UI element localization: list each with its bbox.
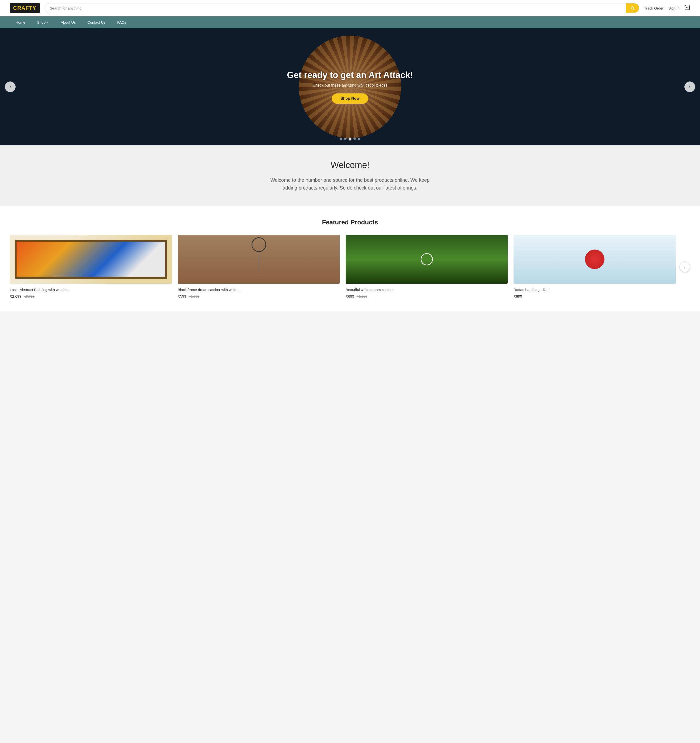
product-price-row-3: ₹699 ₹1,200: [346, 294, 508, 299]
welcome-title: Welcome!: [10, 160, 690, 170]
product-card-2[interactable]: Black frame dreamcatcher with white... ₹…: [178, 235, 340, 299]
product-price-row-1: ₹2,699 ₹3,800: [10, 294, 172, 299]
dot-2[interactable]: [344, 138, 347, 140]
product-card-4[interactable]: Rattan handbag - Red ₹899: [514, 235, 676, 299]
navigation: Home Shop ▼ About Us Contact Us FAQs: [0, 16, 700, 28]
logo: CRAFTY: [10, 3, 40, 13]
svg-line-1: [633, 9, 634, 10]
rattan-bag-decoration: [585, 250, 604, 269]
header: CRAFTY Track Order Sign in: [0, 0, 700, 16]
price-original-2: ₹1,000: [189, 295, 199, 298]
product-card-3[interactable]: Beautiful white dream catcher ₹699 ₹1,20…: [346, 235, 508, 299]
welcome-text: Welcome to the number one source for the…: [265, 176, 435, 192]
price-current-1: ₹2,699: [10, 294, 21, 299]
welcome-section: Welcome! Welcome to the number one sourc…: [0, 145, 700, 206]
nav-about[interactable]: About Us: [55, 16, 82, 28]
slider-next-button[interactable]: ›: [684, 81, 695, 92]
next-products-button[interactable]: ›: [679, 262, 690, 272]
dreamcatcher-decoration: [251, 237, 266, 271]
featured-section: Featured Products Lost - Abstract Painti…: [0, 206, 700, 311]
product-name-1: Lost - Abstract Painting with woode...: [10, 287, 172, 292]
hero-slider: ‹ Get ready to get an Art Attack! Check …: [0, 28, 700, 145]
price-original-3: ₹1,200: [357, 295, 367, 298]
price-current-3: ₹699: [346, 294, 354, 299]
slider-dots: [340, 138, 360, 141]
dot-3[interactable]: [349, 138, 351, 141]
dot-1[interactable]: [340, 138, 342, 140]
price-current-2: ₹599: [178, 294, 186, 299]
product-name-4: Rattan handbag - Red: [514, 287, 676, 292]
sign-in-link[interactable]: Sign in: [668, 6, 679, 10]
dot-4[interactable]: [353, 138, 356, 140]
price-current-4: ₹899: [514, 294, 522, 299]
header-actions: Track Order Sign in: [644, 4, 690, 12]
search-button[interactable]: [626, 3, 639, 13]
dc-strings: [258, 252, 259, 271]
hero-content: Get ready to get an Art Attack! Check ou…: [287, 70, 413, 104]
product-image-4: [514, 235, 676, 284]
painting-frame: [15, 240, 167, 279]
products-grid: Lost - Abstract Painting with woode... ₹…: [10, 235, 690, 299]
product-image-1: [10, 235, 172, 284]
product-name-3: Beautiful white dream catcher: [346, 287, 508, 292]
nav-home[interactable]: Home: [10, 16, 31, 28]
shop-now-button[interactable]: Shop Now: [332, 93, 368, 104]
nav-faqs[interactable]: FAQs: [111, 16, 132, 28]
products-wrapper: Lost - Abstract Painting with woode... ₹…: [10, 235, 690, 299]
hero-subtitle: Check out these amazing wall decor piece…: [287, 83, 413, 87]
track-order-link[interactable]: Track Order: [644, 6, 663, 10]
product-price-row-2: ₹599 ₹1,000: [178, 294, 340, 299]
search-bar: [44, 3, 639, 13]
product-card-1[interactable]: Lost - Abstract Painting with woode... ₹…: [10, 235, 172, 299]
product-name-2: Black frame dreamcatcher with white...: [178, 287, 340, 292]
dc-ring: [251, 237, 266, 252]
hero-title: Get ready to get an Art Attack!: [287, 70, 413, 80]
product-image-3: [346, 235, 508, 284]
search-icon: [630, 6, 635, 10]
shop-dropdown-arrow: ▼: [47, 21, 49, 24]
dot-5[interactable]: [358, 138, 360, 140]
white-dreamcatcher-decoration: [421, 253, 433, 265]
product-image-2: [178, 235, 340, 284]
slider-prev-button[interactable]: ‹: [5, 81, 16, 92]
product-price-row-4: ₹899: [514, 294, 676, 299]
price-original-1: ₹3,800: [24, 295, 35, 298]
cart-icon[interactable]: [684, 4, 690, 12]
featured-title: Featured Products: [10, 219, 690, 226]
search-input[interactable]: [45, 3, 626, 13]
svg-point-0: [631, 7, 634, 9]
nav-contact[interactable]: Contact Us: [82, 16, 111, 28]
nav-shop[interactable]: Shop ▼: [31, 16, 55, 28]
